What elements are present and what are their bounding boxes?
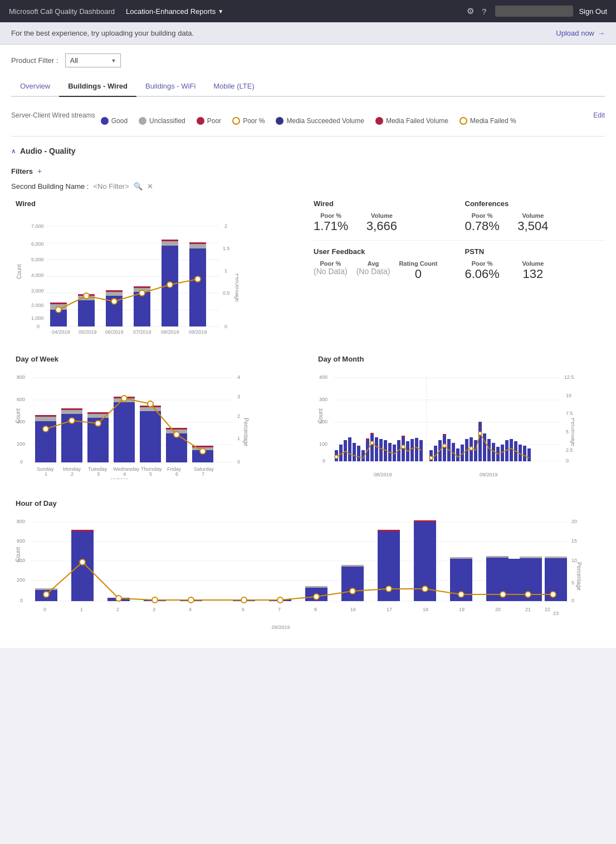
svg-rect-147 <box>410 439 414 461</box>
dom-chart-title: Day of Month <box>318 355 600 363</box>
svg-text:Count: Count <box>16 547 21 562</box>
nav-dropdown[interactable]: Location-Enhanced Reports ▼ <box>126 7 223 16</box>
svg-point-43 <box>139 290 145 296</box>
svg-text:2: 2 <box>237 413 240 419</box>
filter-search-icon[interactable]: 🔍 <box>134 182 143 191</box>
wired-volume-value: 3,666 <box>365 219 398 233</box>
tabs-bar: Overview Buildings - Wired Buildings - W… <box>11 76 605 97</box>
legend-media-failed-vol: Media Failed Volume <box>375 117 448 125</box>
svg-rect-81 <box>140 411 161 462</box>
svg-rect-36 <box>162 240 178 241</box>
svg-text:0: 0 <box>566 458 569 464</box>
help-icon[interactable]: ? <box>482 7 486 16</box>
tab-buildings-wifi[interactable]: Buildings - WiFi <box>136 76 204 97</box>
wired-volume-label: Volume <box>365 212 398 219</box>
conferences-stats: Conferences Poor % 0.78% Volume 3,504 <box>465 199 605 233</box>
svg-point-94 <box>148 401 153 407</box>
svg-rect-39 <box>189 242 206 244</box>
dow-chart-svg: 800 600 400 200 0 4 3 2 1 0 Count Percen… <box>16 368 255 479</box>
svg-rect-139 <box>375 437 378 461</box>
svg-rect-216 <box>341 567 364 601</box>
svg-rect-37 <box>189 248 206 326</box>
svg-rect-219 <box>378 530 400 531</box>
svg-rect-230 <box>545 557 567 558</box>
nav-label: Location-Enhanced Reports <box>126 7 216 16</box>
filter-chips: Second Building Name : <No Filter> 🔍 ✕ <box>11 182 605 191</box>
wired-stats: Wired Poor % 1.71% Volume 3,666 <box>314 199 454 233</box>
svg-text:2: 2 <box>116 607 119 612</box>
collapse-icon: ∧ <box>11 148 16 155</box>
charts-bottom-row: Day of Week 800 600 400 200 0 4 3 2 1 0 … <box>11 350 605 484</box>
conf-poor-pct-label: Poor % <box>465 212 500 219</box>
legend-media-failed-vol-dot <box>375 117 383 125</box>
svg-text:5: 5 <box>566 429 569 435</box>
settings-icon[interactable]: ⚙ <box>467 6 474 16</box>
add-filter-button[interactable]: + <box>37 167 42 175</box>
svg-rect-167 <box>478 423 482 461</box>
user-feedback-stats: User Feedback Poor % (No Data) Avg (No D… <box>314 247 454 281</box>
legend-media-succeeded-label: Media Succeeded Volume <box>286 117 364 125</box>
svg-text:7,000: 7,000 <box>31 223 44 229</box>
hod-chart-title: Hour of Day <box>16 499 600 508</box>
svg-text:2.5: 2.5 <box>566 447 573 453</box>
svg-text:Percentage: Percentage <box>570 418 574 447</box>
pstn-poor-pct-value: 6.06% <box>465 267 500 281</box>
wired-poor-pct-label: Poor % <box>314 212 348 219</box>
svg-point-231 <box>43 592 49 597</box>
tab-mobile-lte[interactable]: Mobile (LTE) <box>204 76 263 97</box>
svg-rect-74 <box>61 408 82 410</box>
svg-text:0: 0 <box>20 598 23 603</box>
svg-text:6: 6 <box>242 607 245 612</box>
edit-button[interactable]: Edit <box>593 111 605 119</box>
upload-now-button[interactable]: Upload now → <box>556 29 605 37</box>
svg-rect-145 <box>402 437 405 461</box>
svg-text:Percentage: Percentage <box>243 418 249 447</box>
svg-text:6,000: 6,000 <box>31 241 44 247</box>
product-filter-select[interactable]: All Skype Teams <box>65 53 121 67</box>
filter-chip-name: Second Building Name : <box>11 182 89 191</box>
svg-text:1: 1 <box>237 436 240 441</box>
svg-text:15: 15 <box>571 538 577 544</box>
svg-text:5,000: 5,000 <box>31 257 44 262</box>
legend-poor: Poor <box>197 117 221 125</box>
filter-clear-icon[interactable]: ✕ <box>147 182 153 191</box>
svg-text:3: 3 <box>97 471 100 477</box>
svg-rect-179 <box>443 434 446 436</box>
hod-chart-svg: 800 600 400 200 0 20 15 10 5 0 Count Per… <box>16 512 584 635</box>
svg-rect-29 <box>106 292 123 296</box>
audio-quality-section-header[interactable]: ∧ Audio - Quality <box>11 142 605 160</box>
signout-button[interactable]: Sign Out <box>579 7 607 16</box>
svg-point-44 <box>167 282 173 287</box>
svg-text:600: 600 <box>17 397 25 402</box>
filters-bar: Filters + <box>11 167 605 175</box>
wired-poor-pct-value: 1.71% <box>314 219 348 233</box>
svg-text:Count: Count <box>318 408 324 423</box>
svg-text:3,000: 3,000 <box>31 288 44 294</box>
legend-unclassified-dot <box>139 117 146 125</box>
svg-point-235 <box>188 597 194 603</box>
svg-text:09/2019: 09/2019 <box>110 477 129 479</box>
svg-rect-215 <box>305 586 327 588</box>
nav-chevron-icon: ▼ <box>218 8 223 14</box>
svg-point-239 <box>350 588 355 594</box>
svg-rect-148 <box>415 438 418 461</box>
svg-text:1: 1 <box>45 471 47 477</box>
svg-text:300: 300 <box>319 397 327 402</box>
svg-text:7.5: 7.5 <box>566 411 573 416</box>
svg-text:7: 7 <box>278 607 281 612</box>
svg-rect-207 <box>71 531 94 601</box>
svg-text:800: 800 <box>17 519 25 524</box>
day-of-month-chart: Day of Month 400 300 200 100 0 12.5 10 7… <box>314 350 605 484</box>
svg-rect-221 <box>414 520 436 522</box>
svg-rect-157 <box>434 446 437 461</box>
svg-rect-132 <box>344 440 347 461</box>
tab-overview[interactable]: Overview <box>11 76 59 97</box>
pstn-title: PSTN <box>465 247 605 256</box>
wired-chart-title: Wired <box>16 199 298 208</box>
svg-point-238 <box>314 594 319 599</box>
filters-title: Filters <box>11 167 33 175</box>
svg-rect-33 <box>134 286 150 288</box>
svg-rect-174 <box>510 439 513 461</box>
svg-text:0: 0 <box>43 607 46 612</box>
tab-buildings-wired[interactable]: Buildings - Wired <box>59 76 136 97</box>
